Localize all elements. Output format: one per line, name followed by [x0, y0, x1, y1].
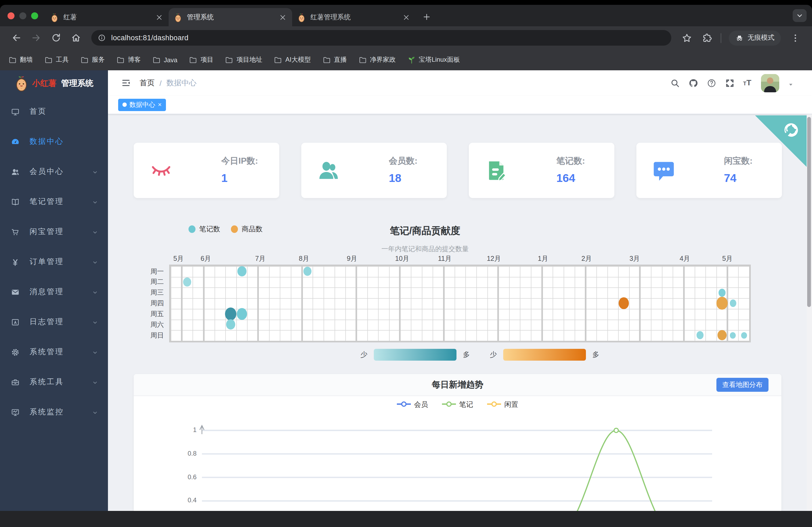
- address-bar[interactable]: localhost:81/dashboard: [91, 30, 671, 46]
- heatmap-point[interactable]: [730, 332, 736, 338]
- forward-icon[interactable]: [31, 33, 41, 43]
- tab-close-icon[interactable]: [402, 13, 410, 21]
- bookmark-item[interactable]: 翻墙: [9, 55, 33, 64]
- chevron-down-icon: [92, 168, 98, 175]
- tab-close-icon[interactable]: [279, 13, 287, 21]
- bookmark-item[interactable]: 项目地址: [225, 55, 262, 64]
- sidebar-collapse-icon[interactable]: [121, 78, 131, 88]
- browser-toolbar: localhost:81/dashboard 无痕模式: [0, 26, 812, 49]
- avatar-caret-icon[interactable]: [788, 80, 794, 86]
- colorbar-min-label: 少: [360, 350, 367, 360]
- tab-title: 红薯管理系统: [310, 13, 399, 22]
- search-icon[interactable]: [670, 78, 680, 88]
- avatar[interactable]: [761, 74, 779, 92]
- sidebar-item-label: 闲宝管理: [30, 227, 92, 237]
- reload-icon[interactable]: [51, 33, 61, 43]
- heatmap-point[interactable]: [729, 300, 736, 307]
- sidebar-item-系统管理[interactable]: 系统管理: [0, 337, 108, 367]
- tab-search-button[interactable]: [793, 9, 807, 22]
- browser-menu-icon[interactable]: [790, 32, 801, 43]
- bookmark-item[interactable]: 直播: [322, 55, 347, 64]
- browser-tab[interactable]: 红薯管理系统: [292, 8, 416, 26]
- sidebar-item-系统监控[interactable]: 系统监控: [0, 397, 108, 427]
- heatmap-legend-item[interactable]: 商品数: [231, 224, 263, 234]
- home-icon[interactable]: [71, 33, 81, 43]
- back-icon[interactable]: [11, 33, 21, 43]
- minimize-window-button[interactable]: [19, 12, 26, 19]
- sidebar-menu: 首页数据中心会员中心笔记管理闲宝管理订单管理消息管理日志管理系统管理系统工具系统…: [0, 96, 108, 511]
- heatmap-month-separator: [639, 266, 641, 341]
- heatmap-month-label: 5月: [722, 254, 733, 264]
- bookmark-label: 净界家政: [370, 55, 395, 64]
- chat-icon: [651, 158, 676, 183]
- sidebar-item-笔记管理[interactable]: 笔记管理: [0, 187, 108, 217]
- bookmark-item[interactable]: 服务: [81, 55, 105, 64]
- bookmark-item[interactable]: 博客: [117, 55, 141, 64]
- bookmark-star-icon[interactable]: [682, 32, 692, 43]
- home-monitor-icon: [11, 107, 20, 116]
- tab-close-icon[interactable]: [155, 13, 163, 21]
- heatmap-point[interactable]: [716, 297, 728, 310]
- heatmap-point[interactable]: [226, 320, 235, 330]
- users-icon: [11, 167, 20, 176]
- tab-favicon-icon: [174, 13, 182, 22]
- bookmark-item[interactable]: AI大模型: [274, 55, 311, 64]
- heatmap-point[interactable]: [741, 332, 747, 338]
- heatmap-month-label: 3月: [629, 254, 640, 264]
- sidebar-item-日志管理[interactable]: 日志管理: [0, 307, 108, 337]
- colorbar-min-label: 少: [490, 350, 497, 360]
- new-tab-button[interactable]: [420, 10, 434, 24]
- sidebar-item-会员中心[interactable]: 会员中心: [0, 157, 108, 187]
- heatmap-point[interactable]: [237, 266, 246, 276]
- tag-close-icon[interactable]: ×: [158, 101, 162, 108]
- navbar-actions: TT: [670, 74, 794, 92]
- folder-icon: [9, 56, 17, 64]
- legend-label: 笔记数: [199, 224, 220, 234]
- sidebar-item-系统工具[interactable]: 系统工具: [0, 367, 108, 397]
- bookmark-item[interactable]: Java: [153, 56, 177, 64]
- heatmap-point[interactable]: [619, 298, 629, 309]
- heatmap-point[interactable]: [303, 267, 311, 276]
- bookmark-item[interactable]: 净界家政: [359, 55, 395, 64]
- heatmap-point[interactable]: [719, 289, 726, 297]
- sidebar-item-订单管理[interactable]: 订单管理: [0, 247, 108, 277]
- heatmap-day-label: 周五: [108, 310, 164, 319]
- heatmap-point[interactable]: [697, 331, 704, 339]
- heatmap-point[interactable]: [237, 308, 247, 320]
- breadcrumb-home[interactable]: 首页: [140, 78, 155, 88]
- scrollbar-thumb[interactable]: [807, 117, 811, 307]
- heatmap-point[interactable]: [183, 277, 191, 287]
- sidebar-item-首页[interactable]: 首页: [0, 96, 108, 127]
- cart-icon: [11, 227, 20, 236]
- heatmap-legend-item[interactable]: 笔记数: [188, 224, 220, 234]
- help-icon[interactable]: [707, 78, 716, 88]
- browser-tab[interactable]: 管理系统: [169, 8, 292, 26]
- sidebar-item-闲宝管理[interactable]: 闲宝管理: [0, 217, 108, 247]
- fullscreen-icon[interactable]: [725, 78, 735, 88]
- browser-tab[interactable]: 红薯: [45, 8, 169, 26]
- font-size-icon[interactable]: TT: [743, 77, 751, 88]
- app-logo[interactable]: 小红薯 管理系统: [0, 70, 108, 96]
- github-icon[interactable]: [688, 78, 698, 88]
- tab-favicon-icon: [50, 13, 59, 22]
- page-scrollbar[interactable]: [807, 114, 812, 511]
- bookmark-item[interactable]: 项目: [189, 55, 214, 64]
- extensions-icon[interactable]: [702, 32, 713, 43]
- page: 小红薯 管理系统 首页数据中心会员中心笔记管理闲宝管理订单管理消息管理日志管理系…: [0, 70, 812, 511]
- bookmark-label: 直播: [334, 55, 347, 64]
- tag-chip[interactable]: 数据中心 ×: [118, 99, 166, 111]
- bookmark-label: 项目: [201, 55, 214, 64]
- site-info-icon[interactable]: [98, 34, 106, 42]
- zoom-window-button[interactable]: [31, 12, 38, 19]
- bookmark-item[interactable]: 工具: [45, 55, 69, 64]
- url-text[interactable]: localhost:81/dashboard: [111, 34, 188, 42]
- bookmark-item[interactable]: 宝塔Linux面板: [407, 55, 460, 64]
- close-window-button[interactable]: [8, 12, 14, 19]
- heatmap-point[interactable]: [717, 330, 727, 340]
- breadcrumb: 首页 / 数据中心: [140, 78, 197, 88]
- sidebar-item-消息管理[interactable]: 消息管理: [0, 277, 108, 307]
- heatmap-month-label: 8月: [299, 254, 309, 264]
- toolbar-divider: [721, 33, 721, 43]
- sidebar-item-数据中心[interactable]: 数据中心: [0, 127, 108, 157]
- heatmap-point[interactable]: [225, 307, 236, 320]
